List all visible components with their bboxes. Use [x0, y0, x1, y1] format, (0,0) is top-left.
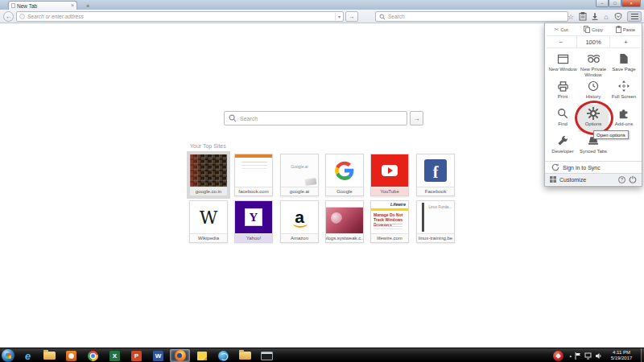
taskbar-yellow-app[interactable] [192, 349, 212, 362]
taskbar-chrome[interactable] [83, 349, 103, 362]
top-site-tile[interactable]: Y Yahoo! [234, 200, 273, 243]
menu-item-options[interactable]: Options [578, 105, 609, 132]
maximize-button[interactable]: □ [609, 0, 621, 7]
minimize-button[interactable]: – [596, 0, 609, 7]
folder-icon [43, 352, 56, 360]
command-prompt-icon [261, 352, 273, 360]
top-site-tile[interactable]: f Facebook [416, 154, 455, 196]
top-site-tile[interactable]: Google.ai google.ai [280, 154, 319, 196]
youtube-play-icon [382, 165, 398, 176]
back-button[interactable]: ← [3, 11, 14, 22]
page-search-input[interactable] [240, 116, 402, 121]
taskbar-windows-explorer[interactable] [39, 349, 60, 362]
customize-button[interactable]: Customize [559, 177, 586, 183]
menu-item-full-screen[interactable]: Full Screen [609, 77, 639, 105]
url-bar[interactable]: ▾ [16, 11, 344, 22]
help-icon[interactable]: ? [618, 176, 625, 183]
volume-icon[interactable] [595, 352, 602, 360]
taskbar-internet-explorer[interactable]: e [18, 349, 38, 362]
menu-item-find[interactable]: Find [547, 105, 578, 132]
menu-item-print[interactable]: Print [547, 77, 578, 105]
site-thumbnail: a [281, 201, 318, 233]
top-site-tile[interactable]: a Amazon [280, 200, 319, 243]
menu-item-history[interactable]: History [578, 77, 609, 105]
toolbar-search-input[interactable] [388, 14, 564, 19]
taskbar-excel[interactable]: X [105, 349, 125, 362]
top-site-tile[interactable]: facebook.com [234, 154, 273, 196]
zoom-level[interactable]: 100% [576, 36, 609, 47]
taskbar-media-player[interactable] [61, 349, 81, 362]
downloads-icon[interactable] [589, 11, 601, 22]
tab-close-icon[interactable]: × [71, 3, 74, 8]
gear-icon [587, 107, 600, 120]
full-screen-icon [618, 80, 630, 92]
page-search-go-button[interactable]: → [410, 111, 423, 125]
page-search-box[interactable] [224, 111, 407, 125]
site-thumbnail: Linux Funda... [417, 201, 454, 233]
top-site-tile[interactable]: YouTube [370, 154, 409, 196]
top-site-tile[interactable]: blogs.systweak.c... [325, 200, 364, 243]
site-thumbnail: Google.ai [281, 154, 318, 187]
top-site-tile[interactable]: W Wikipedia [189, 200, 228, 243]
menu-icon[interactable] [627, 11, 642, 22]
taskbar-command-prompt[interactable] [257, 349, 277, 362]
url-input[interactable] [27, 14, 332, 19]
word-icon: W [153, 351, 163, 361]
sign-in-to-sync[interactable]: Sign in to Sync [545, 161, 642, 173]
page-icon [19, 14, 25, 19]
start-button[interactable] [2, 349, 14, 362]
thumbnail-text: Manage Do Not Track Windows Browsers [374, 212, 406, 227]
taskbar-powerpoint[interactable]: P [126, 349, 147, 362]
sync-icon [551, 163, 559, 171]
hidden-icons-caret[interactable]: ▴ [569, 353, 572, 358]
taskbar-folder[interactable] [235, 349, 255, 362]
site-label: Wikipedia [190, 233, 227, 242]
top-site-tile[interactable]: Google [325, 154, 364, 196]
antivirus-icon[interactable] [553, 351, 564, 361]
taskbar-clock[interactable]: 4:11 PM 5/19/2017 [605, 350, 638, 361]
cut-button[interactable]: ✂ Cut [545, 27, 577, 32]
menu-item-new-private-window[interactable]: New Private Window [578, 50, 609, 77]
dropdown-chevron-icon[interactable]: ▾ [335, 13, 341, 20]
bookmarks-icon[interactable] [577, 11, 588, 22]
lifewire-logo-text: Lifewire [390, 202, 406, 207]
folder-icon [239, 352, 251, 360]
go-arrow-button[interactable]: → [345, 11, 358, 22]
menu-item-save-page[interactable]: Save Page [609, 50, 639, 77]
private-mask-icon [587, 54, 601, 64]
top-site-tile[interactable]: Linux Funda... linux-training.be [416, 200, 455, 243]
home-icon[interactable]: ⌂ [601, 11, 612, 22]
site-thumbnail: f [417, 154, 454, 187]
printer-icon [557, 80, 569, 92]
bookmark-star-icon[interactable]: ☆ [565, 11, 576, 22]
menu-item-add-ons[interactable]: Add-ons [609, 105, 639, 132]
taskbar-blue-app[interactable] [213, 349, 233, 362]
chrome-icon [88, 351, 98, 361]
top-site-tile[interactable]: google.co.in [189, 154, 228, 196]
window-titlebar[interactable]: New Tab × + – □ × [0, 0, 644, 10]
internet-explorer-icon: e [25, 351, 31, 361]
window-controls: – □ × [596, 0, 641, 7]
taskbar-word[interactable]: W [148, 349, 168, 362]
site-label: Yahoo! [235, 233, 272, 242]
new-tab-button[interactable]: + [82, 2, 93, 10]
thumbnail-text: Google.ai [281, 164, 318, 169]
show-desktop-button[interactable] [641, 348, 644, 362]
zoom-in-button[interactable]: + [609, 36, 642, 47]
menu-item-developer[interactable]: Developer [547, 132, 578, 159]
toolbar-search-box[interactable] [375, 11, 568, 22]
action-center-flag-icon[interactable] [575, 352, 581, 360]
zoom-out-button[interactable]: − [545, 36, 576, 47]
taskbar-firefox[interactable] [170, 349, 190, 362]
site-label: blogs.systweak.c... [326, 233, 363, 242]
top-site-tile[interactable]: Lifewire Manage Do Not Track Windows Bro… [370, 200, 409, 243]
network-icon[interactable] [584, 352, 592, 360]
shield-icon[interactable] [613, 11, 624, 22]
quit-power-icon[interactable] [629, 175, 637, 183]
system-tray: ▴ 4:11 PM 5/19/2017 [553, 348, 644, 362]
menu-item-new-window[interactable]: New Window [547, 50, 578, 77]
paste-button[interactable]: Paste [609, 26, 642, 33]
copy-button[interactable]: Copy [577, 26, 609, 33]
close-button[interactable]: × [621, 0, 641, 7]
browser-tab[interactable]: New Tab × [8, 1, 77, 10]
